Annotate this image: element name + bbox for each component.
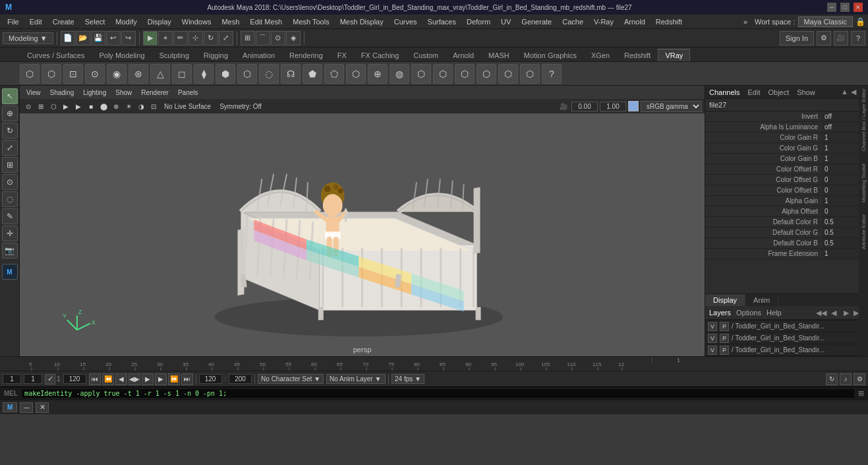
close-button[interactable]: ✕ <box>854 3 863 12</box>
shelf-icon-22[interactable]: ⬡ <box>477 64 496 84</box>
shelf-icon-2[interactable]: ⬡ <box>42 64 61 84</box>
menu-arnold[interactable]: Arnold <box>620 16 650 27</box>
menu-curves[interactable]: Curves <box>390 16 422 27</box>
shelf-tab-sculpting[interactable]: Sculpting <box>152 49 196 61</box>
layer-1-p[interactable]: P <box>720 322 729 331</box>
maximize-button[interactable]: □ <box>840 3 850 12</box>
shelf-icon-17[interactable]: ⊕ <box>368 64 388 84</box>
vp-menu-view[interactable]: View <box>22 88 45 98</box>
new-scene-btn[interactable]: 📄 <box>61 31 75 46</box>
help-btn[interactable]: ? <box>851 31 865 46</box>
taskbar-minimize-btn[interactable]: ─ <box>20 402 33 413</box>
layer-nav-back[interactable]: ◀ <box>828 307 839 318</box>
channel-box-label[interactable]: Channel Box / Layer Editor <box>861 86 867 154</box>
tool-paint[interactable]: ✎ <box>2 208 18 224</box>
rotate-btn[interactable]: ↻ <box>204 31 218 46</box>
shelf-tab-rigging[interactable]: Rigging <box>196 49 235 61</box>
vp-menu-shading[interactable]: Shading <box>46 88 78 98</box>
settings-btn[interactable]: ⚙ <box>817 31 831 46</box>
ch-tab-show[interactable]: Show <box>797 88 815 96</box>
menu-create[interactable]: Create <box>48 16 79 27</box>
shelf-tab-arnold[interactable]: Arnold <box>446 49 481 61</box>
shelf-icon-9[interactable]: ⧫ <box>194 64 214 84</box>
open-btn[interactable]: 📂 <box>76 31 90 46</box>
vp-value1-input[interactable] <box>571 102 598 111</box>
shelf-tab-animation[interactable]: Animation <box>235 49 282 61</box>
render-btn[interactable]: 🎥 <box>834 31 848 46</box>
fps-dropdown[interactable]: 24 fps ▼ <box>391 374 424 384</box>
menu-redshift[interactable]: Redshift <box>651 16 687 27</box>
shelf-tab-fxcaching[interactable]: FX Caching <box>354 49 406 61</box>
vp-no-live-surface[interactable]: No Live Surface <box>160 100 215 112</box>
menu-display[interactable]: Display <box>143 16 176 27</box>
layer-3-visibility[interactable]: V <box>708 346 717 355</box>
shelf-tab-motion[interactable]: Motion Graphics <box>517 49 584 61</box>
layer-tab-layers[interactable]: Layers <box>709 309 731 317</box>
shelf-tab-curves[interactable]: Curves / Surfaces <box>20 49 92 61</box>
modeling-toolkit-label[interactable]: Modelling Toolkit <box>861 161 867 205</box>
snap-point-btn[interactable]: ⊙ <box>271 31 285 46</box>
ch-tab-channels[interactable]: Channels <box>709 88 739 96</box>
ch-tab-object[interactable]: Object <box>768 88 789 96</box>
shelf-tab-custom[interactable]: Custom <box>406 49 446 61</box>
attribute-editor-label[interactable]: Attribute Editor <box>861 212 867 252</box>
vp-menu-panels[interactable]: Panels <box>174 88 202 98</box>
vp-tool-light[interactable]: ☀ <box>123 100 134 112</box>
vp-color-icon[interactable] <box>628 101 639 111</box>
tool-camera[interactable]: 📷 <box>2 243 18 259</box>
anim-layer-dropdown[interactable]: No Anim Layer ▼ <box>326 374 386 384</box>
tool-rotate[interactable]: ↻ <box>2 123 18 139</box>
sign-in-btn[interactable]: Sign In <box>780 31 814 46</box>
menu-mesh-tools[interactable]: Mesh Tools <box>288 16 333 27</box>
shelf-tab-poly[interactable]: Poly Modeling <box>92 49 152 61</box>
command-input[interactable] <box>22 389 854 398</box>
vp-tool-xray[interactable]: ⊡ <box>148 100 159 112</box>
layer-2-visibility[interactable]: V <box>708 334 717 343</box>
cmd-expand-icon[interactable]: ⊞ <box>858 389 864 398</box>
save-btn[interactable]: 💾 <box>91 31 105 46</box>
move-btn[interactable]: ⊹ <box>188 31 203 46</box>
start-frame-input[interactable] <box>3 374 21 384</box>
vp-tool-camera[interactable]: ⊙ <box>22 100 34 112</box>
workspace-dropdown[interactable]: Maya Classic <box>798 16 853 27</box>
taskbar-close-btn[interactable]: ✕ <box>36 402 49 413</box>
pb-play-back[interactable]: ◀▶ <box>129 373 140 385</box>
settings-icon-btn[interactable]: ⚙ <box>854 373 865 385</box>
menu-surfaces[interactable]: Surfaces <box>423 16 461 27</box>
menu-vray[interactable]: V-Ray <box>589 16 618 27</box>
shelf-icon-11[interactable]: ⬡ <box>237 64 257 84</box>
pb-play-fwd[interactable]: ▶ <box>142 373 154 385</box>
vp-tool-record[interactable]: ⬤ <box>98 100 109 112</box>
timeline-section[interactable]: 5 10 15 20 25 30 35 40 45 50 55 60 65 70… <box>0 356 868 371</box>
frame-check-box[interactable]: ✓ <box>45 374 55 385</box>
pb-go-start[interactable]: ⏮ <box>89 373 101 385</box>
pb-go-end[interactable]: ⏭ <box>181 373 193 385</box>
shelf-icon-24[interactable]: ⬡ <box>520 64 540 84</box>
menu-file[interactable]: File <box>3 16 24 27</box>
pb-next-frame[interactable]: ⏩ <box>168 373 180 385</box>
layer-3-p[interactable]: P <box>720 346 729 355</box>
shelf-icon-7[interactable]: △ <box>150 64 170 84</box>
menu-mesh-display[interactable]: Mesh Display <box>335 16 388 27</box>
frame-total-input[interactable] <box>199 374 222 384</box>
loop-btn[interactable]: ↻ <box>826 373 838 385</box>
layer-tab-help[interactable]: Help <box>767 309 782 317</box>
tool-move[interactable]: ⊕ <box>2 106 18 121</box>
scale-btn[interactable]: ⤢ <box>219 31 233 46</box>
vp-tool-shadow[interactable]: ◑ <box>135 100 147 112</box>
vp-icon-cam[interactable]: 🎥 <box>558 100 569 112</box>
shelf-icon-21[interactable]: ⬡ <box>455 64 475 84</box>
ch-icon-arrow-up[interactable]: ▲ <box>841 88 848 96</box>
menu-edit-mesh[interactable]: Edit Mesh <box>245 16 287 27</box>
pb-prev-frame[interactable]: ⏪ <box>102 373 114 385</box>
menu-modify[interactable]: Modify <box>111 16 141 27</box>
current-frame-input[interactable] <box>24 374 42 384</box>
tool-select[interactable]: ↖ <box>2 88 18 104</box>
end-frame-input[interactable] <box>63 374 86 384</box>
window-controls[interactable]: ─ □ ✕ <box>827 3 863 12</box>
taskbar-maya-item[interactable]: M <box>3 402 17 412</box>
tool-soft-mod[interactable]: ⊙ <box>2 174 18 190</box>
vp-menu-renderer[interactable]: Renderer <box>137 88 173 98</box>
vp-tool-wire[interactable]: ⬡ <box>47 100 59 112</box>
workspace-expand[interactable]: » <box>739 16 752 27</box>
